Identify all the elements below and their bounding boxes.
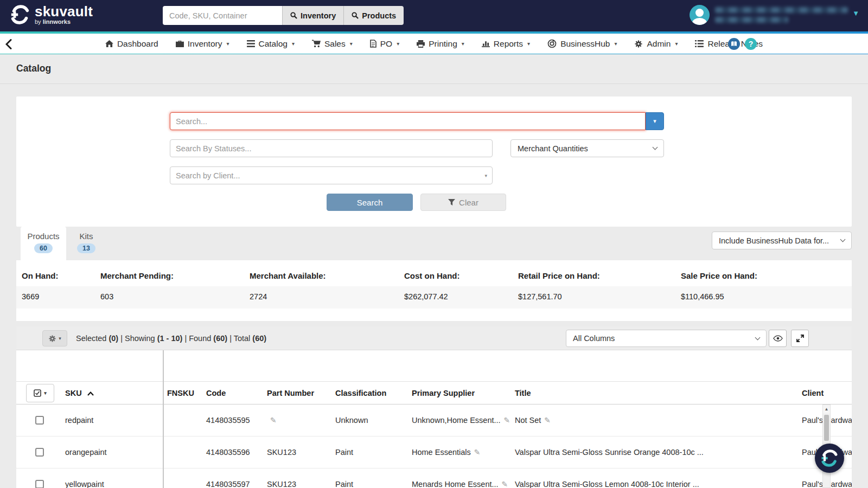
table-settings-button[interactable]: ▾ (42, 330, 67, 346)
column-header-fnsku[interactable]: FNSKU (163, 389, 202, 397)
edit-icon[interactable]: ✎ (544, 416, 551, 425)
column-header-title[interactable]: Title (510, 389, 797, 397)
include-businesshub-dropdown[interactable]: Include BusinessHub Data for... (712, 232, 852, 249)
nav-item-dashboard[interactable]: Dashboard (105, 39, 158, 49)
products-count-badge: 60 (34, 243, 53, 253)
cell-code: 4148035595 (202, 416, 263, 425)
table-row[interactable]: yellowpaint 4148035597 SKU123 Paint Mena… (16, 468, 852, 488)
list-bullets-icon (695, 40, 704, 47)
statuses-search-input[interactable] (170, 139, 493, 157)
stat-label: Cost on Hand: (404, 271, 518, 280)
checkbox-checked-icon (34, 389, 41, 397)
cell-code: 4148035596 (202, 448, 263, 457)
table-row[interactable]: orangepaint 4148035596 SKU123 Paint Home… (16, 436, 852, 468)
row-checkbox[interactable] (35, 448, 44, 457)
edit-icon[interactable]: ✎ (270, 416, 277, 425)
chevron-down-icon: ▾ (484, 173, 487, 178)
catalog-tabs: Products 60 Kits 13 Include BusinessHub … (16, 227, 852, 260)
column-header-part-number[interactable]: Part Number (263, 389, 331, 397)
client-search-input[interactable] (170, 166, 493, 184)
nav-item-reports[interactable]: Reports▾ (482, 39, 530, 49)
chevron-down-icon: ▾ (397, 41, 399, 47)
cell-classification: Paint (331, 480, 407, 488)
cell-part-number: SKU123 (263, 448, 331, 457)
table-row[interactable]: redpaint 4148035595 ✎ Unknown Unknown,Ho… (16, 404, 852, 436)
logo-text: skuvault (35, 5, 93, 18)
chevron-down-icon: ▾ (653, 118, 656, 125)
user-menu[interactable]: ▼ (690, 5, 859, 25)
help-button[interactable]: ? (745, 38, 757, 50)
home-icon (105, 40, 113, 48)
stat-value: 2724 (250, 292, 404, 301)
scroll-up-arrow[interactable]: ▲ (823, 405, 830, 413)
stat-label: Merchant Pending: (100, 271, 250, 280)
expand-icon (796, 335, 804, 342)
column-header-sku[interactable]: SKU (61, 389, 163, 397)
chevron-down-icon: ▾ (527, 41, 530, 47)
briefcase-icon (176, 40, 184, 48)
visibility-button[interactable] (769, 330, 787, 347)
column-header-statuses[interactable]: S (830, 389, 834, 397)
nav-item-businesshub[interactable]: BusinessHub▾ (547, 39, 617, 49)
kits-count-badge: 13 (77, 243, 95, 253)
edit-icon[interactable]: ✎ (504, 416, 510, 425)
merchant-quantities-select[interactable]: Merchant Quantities (510, 139, 664, 157)
sort-asc-icon (87, 391, 94, 396)
table-toolbar: ▾ Selected(0) | Showing(1 - 10) | Found(… (16, 326, 852, 350)
cell-title: Valspar Ultra Semi-Gloss Sunrise Orange … (510, 448, 797, 457)
user-account-redacted (715, 17, 788, 23)
products-search-button[interactable]: Products (343, 6, 404, 25)
column-header-classification[interactable]: Classification (331, 389, 407, 397)
catalog-search-input[interactable] (170, 112, 646, 130)
search-button[interactable]: Search (327, 194, 413, 211)
gears-icon (634, 40, 643, 48)
table-header-row: ▾ SKU FNSKU Code Part Number Classificat… (16, 382, 852, 404)
bar-chart-icon (482, 40, 490, 47)
chevron-down-icon: ▾ (292, 41, 295, 47)
inventory-search-button[interactable]: Inventory (282, 6, 343, 25)
stat-label: Sale Price on Hand: (681, 271, 816, 280)
column-header-code[interactable]: Code (202, 389, 263, 397)
cell-sku: orangepaint (61, 448, 163, 457)
chevron-down-icon: ▾ (226, 41, 229, 47)
page-header: Catalog (0, 54, 868, 84)
skuvault-floating-button[interactable] (815, 444, 844, 473)
user-menu-caret-icon: ▼ (852, 9, 859, 17)
cell-sku: redpaint (61, 416, 163, 425)
chevron-down-icon: ▾ (59, 336, 61, 341)
table-filter-row (16, 350, 852, 382)
nav-item-catalog[interactable]: Catalog▾ (247, 39, 295, 49)
nav-item-printing[interactable]: Printing▾ (417, 39, 464, 49)
column-header-client[interactable]: Client (797, 389, 830, 397)
nav-item-po[interactable]: PO▾ (370, 39, 399, 49)
clear-button[interactable]: Clear (420, 194, 506, 211)
top-navbar: skuvault by linnworks Inventory Products… (0, 0, 868, 31)
nav-item-inventory[interactable]: Inventory▾ (176, 39, 229, 49)
collapse-nav-button[interactable] (5, 39, 12, 52)
scrollbar-thumb[interactable] (824, 415, 829, 441)
stat-label: Merchant Available: (250, 271, 404, 280)
skuvault-logo[interactable]: skuvault by linnworks (10, 4, 93, 25)
columns-select[interactable]: All Columns (566, 330, 767, 347)
stat-value: 603 (100, 292, 250, 301)
edit-icon[interactable]: ✎ (474, 448, 481, 457)
edit-icon[interactable]: ✎ (502, 480, 508, 488)
row-checkbox[interactable] (35, 480, 44, 488)
chevron-down-icon: ▾ (44, 390, 47, 396)
column-header-primary-supplier[interactable]: Primary Supplier (407, 389, 510, 397)
cell-title: Valspar Ultra Semi-Gloss Lemon 4008-10c … (510, 480, 797, 488)
select-all-dropdown[interactable]: ▾ (26, 384, 54, 402)
row-checkbox[interactable] (35, 416, 44, 425)
gear-icon (48, 335, 56, 343)
cell-part-number: SKU123 (263, 480, 331, 488)
tab-products[interactable]: Products 60 (21, 227, 66, 260)
nav-item-admin[interactable]: Admin▾ (634, 39, 678, 49)
search-icon (290, 12, 297, 19)
global-search-input[interactable] (163, 6, 282, 25)
fullscreen-button[interactable] (791, 330, 809, 347)
knowledge-base-button[interactable] (728, 38, 740, 50)
tab-kits[interactable]: Kits 13 (71, 227, 102, 260)
cell-code: 4148035597 (202, 480, 263, 488)
nav-item-sales[interactable]: Sales▾ (312, 39, 353, 49)
search-options-dropdown-button[interactable]: ▾ (646, 112, 664, 130)
